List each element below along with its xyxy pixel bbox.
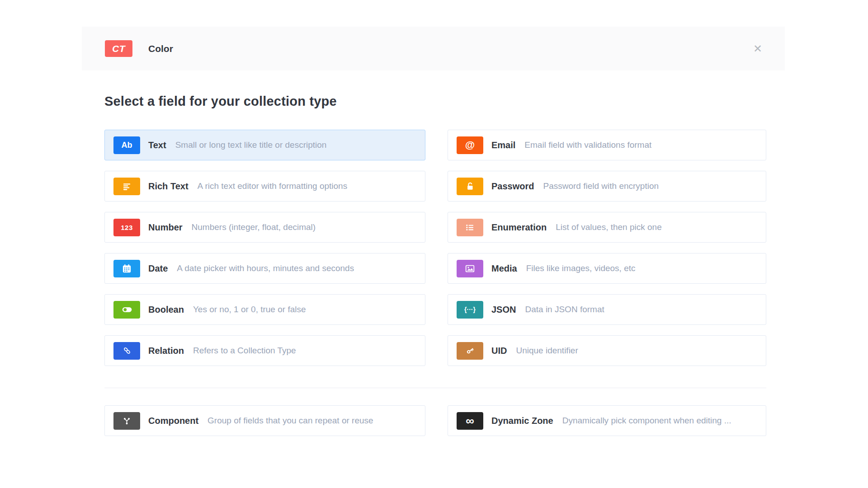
- field-card-dynamiczone[interactable]: ∞ Dynamic Zone Dynamically pick componen…: [448, 405, 766, 436]
- icon-glyph: 123: [121, 224, 133, 231]
- field-label: Password: [491, 181, 534, 192]
- field-label: Email: [491, 140, 515, 150]
- field-description: List of values, then pick one: [556, 222, 661, 232]
- key-icon: [457, 342, 483, 360]
- section-divider: [104, 388, 766, 388]
- icon-glyph: ∞: [466, 415, 474, 427]
- field-label: Date: [148, 263, 168, 274]
- icon-glyph: @: [465, 140, 475, 150]
- field-description: Small or long text like title or descrip…: [175, 140, 327, 150]
- modal-body: Select a field for your collection type …: [82, 94, 785, 436]
- field-description: A rich text editor with formatting optio…: [198, 181, 348, 191]
- field-description: Password field with encryption: [543, 181, 659, 191]
- field-card-password[interactable]: Password Password field with encryption: [448, 171, 766, 202]
- chain-link-icon: [113, 342, 140, 360]
- field-card-json[interactable]: {···} JSON Data in JSON format: [448, 294, 766, 325]
- field-card-media[interactable]: Media Files like images, videos, etc: [448, 253, 766, 284]
- field-grid-advanced: Component Group of fields that you can r…: [104, 405, 766, 436]
- field-description: A date picker with hours, minutes and se…: [177, 263, 354, 273]
- field-card-enumeration[interactable]: Enumeration List of values, then pick on…: [448, 212, 766, 243]
- field-card-boolean[interactable]: Boolean Yes or no, 1 or 0, true or false: [104, 294, 425, 325]
- field-description: Email field with validations format: [524, 140, 651, 150]
- field-label: Enumeration: [491, 222, 547, 233]
- collection-type-badge: CT: [105, 40, 132, 57]
- field-label: Dynamic Zone: [491, 416, 553, 426]
- field-description: Yes or no, 1 or 0, true or false: [193, 305, 306, 314]
- field-description: Dynamically pick component when editing …: [562, 416, 731, 426]
- field-card-email[interactable]: @ Email Email field with validations for…: [448, 130, 766, 160]
- field-card-text[interactable]: Ab Text Small or long text like title or…: [104, 130, 425, 160]
- field-label: UID: [491, 346, 507, 356]
- field-description: Files like images, videos, etc: [526, 263, 636, 273]
- field-card-component[interactable]: Component Group of fields that you can r…: [104, 405, 425, 436]
- field-card-uid[interactable]: UID Unique identifier: [448, 335, 766, 366]
- advanced-column-right: ∞ Dynamic Zone Dynamically pick componen…: [448, 405, 766, 436]
- field-label: JSON: [491, 305, 516, 315]
- field-column-right: @ Email Email field with validations for…: [448, 130, 766, 366]
- modal-title: Color: [148, 43, 173, 54]
- padlock-icon: [457, 178, 483, 195]
- field-description: Data in JSON format: [525, 305, 604, 314]
- number-123-icon: 123: [113, 219, 140, 236]
- braces-icon: {···}: [457, 301, 483, 319]
- infinity-icon: ∞: [457, 412, 483, 430]
- field-label: Text: [148, 140, 166, 150]
- richtext-lines-icon: [113, 178, 140, 195]
- field-column-left: Ab Text Small or long text like title or…: [104, 130, 425, 366]
- icon-glyph: {···}: [464, 306, 476, 313]
- field-label: Rich Text: [148, 181, 189, 192]
- close-icon[interactable]: ✕: [751, 42, 764, 56]
- field-label: Boolean: [148, 305, 184, 315]
- modal-header: CT Color ✕: [82, 27, 785, 70]
- branch-icon: [113, 412, 140, 430]
- field-description: Numbers (integer, float, decimal): [192, 222, 316, 232]
- field-description: Refers to a Collection Type: [193, 346, 296, 356]
- toggle-icon: [113, 301, 140, 319]
- field-label: Relation: [148, 346, 184, 356]
- field-grid-main: Ab Text Small or long text like title or…: [104, 130, 766, 366]
- field-card-richtext[interactable]: Rich Text A rich text editor with format…: [104, 171, 425, 202]
- field-label: Media: [491, 263, 517, 274]
- field-label: Number: [148, 222, 183, 233]
- picture-icon: [457, 260, 483, 277]
- at-sign-icon: @: [457, 136, 483, 154]
- bullet-list-icon: [457, 219, 483, 236]
- field-card-date[interactable]: Date A date picker with hours, minutes a…: [104, 253, 425, 284]
- page-title: Select a field for your collection type: [104, 94, 766, 109]
- text-ab-icon: Ab: [113, 136, 140, 154]
- calendar-icon: [113, 260, 140, 277]
- field-description: Unique identifier: [516, 346, 578, 356]
- advanced-column-left: Component Group of fields that you can r…: [104, 405, 425, 436]
- field-card-number[interactable]: 123 Number Numbers (integer, float, deci…: [104, 212, 425, 243]
- field-description: Group of fields that you can repeat or r…: [208, 416, 373, 426]
- field-card-relation[interactable]: Relation Refers to a Collection Type: [104, 335, 425, 366]
- icon-glyph: Ab: [122, 141, 132, 149]
- field-label: Component: [148, 416, 198, 426]
- field-type-modal: CT Color ✕ Select a field for your colle…: [82, 27, 785, 436]
